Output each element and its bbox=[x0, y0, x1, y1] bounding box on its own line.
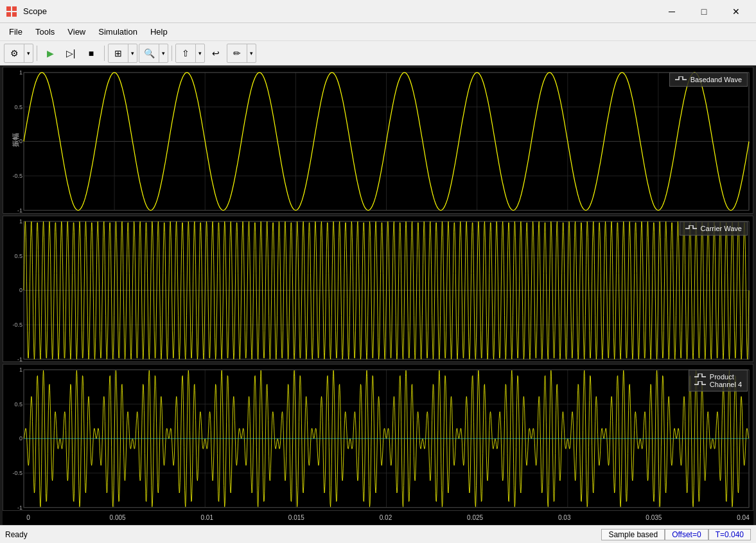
menu-simulation[interactable]: Simulation bbox=[92, 26, 144, 38]
xaxis-svg: 00.0050.010.0150.020.0250.030.0350.04 bbox=[5, 511, 751, 525]
toolbar-group-layout: ⊞ ▾ bbox=[108, 44, 137, 63]
svg-text:1: 1 bbox=[19, 366, 22, 373]
menu-help[interactable]: Help bbox=[144, 26, 174, 38]
menu-tools[interactable]: Tools bbox=[29, 26, 61, 38]
plot-carrier: 10.50-0.5-1 Carrier Wave bbox=[3, 216, 753, 363]
layout-button[interactable]: ⊞ bbox=[109, 44, 128, 62]
svg-rect-2 bbox=[6, 12, 11, 17]
svg-text:-1: -1 bbox=[17, 207, 22, 213]
restore-button[interactable]: ↩ bbox=[206, 44, 225, 62]
toolbar-group-axes: ⇧ ▾ bbox=[175, 44, 205, 63]
xaxis-bar: 00.0050.010.0150.020.0250.030.0350.04 bbox=[3, 511, 753, 525]
svg-text:0.03: 0.03 bbox=[558, 514, 571, 521]
window-title: Scope bbox=[23, 6, 47, 16]
toolbar-group-settings: ⚙ ▾ bbox=[4, 44, 33, 63]
axes-dropdown[interactable]: ▾ bbox=[195, 44, 204, 62]
product-legend-label: Product bbox=[710, 373, 734, 381]
close-button[interactable]: ✕ bbox=[721, 2, 751, 21]
svg-text:-0.5: -0.5 bbox=[12, 173, 22, 179]
svg-text:0: 0 bbox=[26, 514, 30, 521]
svg-text:0.015: 0.015 bbox=[288, 514, 304, 521]
svg-text:0.04: 0.04 bbox=[737, 514, 750, 521]
product-legend: Product Channel 4 bbox=[689, 370, 748, 392]
run-button[interactable]: ▶ bbox=[40, 44, 60, 62]
menu-view[interactable]: View bbox=[61, 26, 92, 38]
layout-dropdown[interactable]: ▾ bbox=[128, 44, 137, 62]
menu-file[interactable]: File bbox=[3, 26, 29, 38]
toolbar-sep-2 bbox=[104, 46, 105, 61]
y-axis-label-1: 振幅 bbox=[11, 133, 21, 147]
toolbar-sep-1 bbox=[37, 46, 37, 61]
statusbar: Ready Sample based Offset=0 T=0.040 bbox=[0, 525, 756, 543]
sample-based-label: Sample based bbox=[601, 529, 665, 540]
params-dropdown[interactable]: ▾ bbox=[247, 44, 256, 62]
svg-text:-0.5: -0.5 bbox=[12, 470, 22, 476]
menubar: File Tools View Simulation Help bbox=[0, 23, 756, 41]
plot-product: 10.50-0.5-1 Product Channel 4 bbox=[3, 364, 753, 511]
svg-text:0.01: 0.01 bbox=[201, 514, 214, 521]
svg-text:0.005: 0.005 bbox=[110, 514, 126, 521]
baseband-legend: Basedand Wave bbox=[669, 73, 748, 87]
svg-rect-1 bbox=[12, 6, 17, 11]
svg-text:0: 0 bbox=[19, 287, 22, 293]
svg-text:0.035: 0.035 bbox=[646, 514, 662, 521]
svg-text:0.5: 0.5 bbox=[14, 252, 22, 259]
titlebar: Scope ─ □ ✕ bbox=[0, 0, 756, 23]
toolbar-group-params: ✏ ▾ bbox=[227, 44, 256, 63]
svg-text:0.02: 0.02 bbox=[380, 514, 392, 521]
stop-button[interactable]: ■ bbox=[82, 44, 101, 62]
toolbar-sep-3 bbox=[171, 46, 172, 61]
minimize-button[interactable]: ─ bbox=[657, 2, 687, 21]
legend-item-channel4: Channel 4 bbox=[694, 381, 742, 388]
plot-baseband: 10.50-0.5-1 Basedand Wave 振幅 bbox=[3, 67, 753, 214]
legend-item-product: Product bbox=[694, 373, 742, 381]
scope-area: 10.50-0.5-1 Basedand Wave 振幅 10.50-0.5-1… bbox=[0, 65, 756, 525]
carrier-legend-label: Carrier Wave bbox=[701, 225, 742, 232]
legend-item-baseband: Basedand Wave bbox=[675, 76, 742, 83]
baseband-legend-label: Basedand Wave bbox=[690, 76, 742, 83]
svg-rect-0 bbox=[6, 6, 11, 11]
svg-text:-1: -1 bbox=[17, 356, 22, 361]
svg-text:1: 1 bbox=[19, 69, 22, 76]
svg-text:-0.5: -0.5 bbox=[12, 322, 22, 328]
svg-text:0.5: 0.5 bbox=[14, 401, 22, 408]
settings-button[interactable]: ⚙ bbox=[4, 44, 24, 62]
baseband-plot-svg: 10.50-0.5-1 bbox=[3, 67, 753, 213]
carrier-legend: Carrier Wave bbox=[680, 221, 748, 236]
svg-rect-3 bbox=[12, 12, 17, 17]
offset-label: Offset=0 bbox=[665, 529, 708, 540]
carrier-plot-svg: 10.50-0.5-1 bbox=[3, 216, 753, 362]
settings-dropdown[interactable]: ▾ bbox=[24, 44, 33, 62]
titlebar-controls: ─ □ ✕ bbox=[657, 2, 751, 21]
axes-button[interactable]: ⇧ bbox=[176, 44, 195, 62]
matlab-icon bbox=[5, 5, 18, 18]
zoom-dropdown[interactable]: ▾ bbox=[159, 44, 168, 62]
status-text: Ready bbox=[5, 530, 28, 539]
zoom-button[interactable]: 🔍 bbox=[139, 44, 159, 62]
svg-text:0.025: 0.025 bbox=[467, 514, 483, 521]
toolbar: ⚙ ▾ ▶ ▷| ■ ⊞ ▾ 🔍 ▾ ⇧ ▾ ↩ ✏ ▾ bbox=[0, 41, 756, 65]
step-button[interactable]: ▷| bbox=[61, 44, 80, 62]
toolbar-group-zoom: 🔍 ▾ bbox=[139, 44, 168, 63]
svg-text:-1: -1 bbox=[17, 504, 22, 510]
t-label: T=0.040 bbox=[708, 529, 751, 540]
maximize-button[interactable]: □ bbox=[689, 2, 719, 21]
product-plot-svg: 10.50-0.5-1 bbox=[3, 365, 753, 510]
statusbar-right: Sample based Offset=0 T=0.040 bbox=[601, 529, 751, 540]
svg-text:0.5: 0.5 bbox=[14, 104, 22, 110]
channel4-legend-label: Channel 4 bbox=[710, 381, 742, 388]
svg-text:0: 0 bbox=[19, 436, 22, 442]
legend-item-carrier: Carrier Wave bbox=[685, 225, 742, 232]
params-button[interactable]: ✏ bbox=[227, 44, 247, 62]
svg-text:1: 1 bbox=[19, 218, 22, 225]
titlebar-left: Scope bbox=[5, 5, 47, 18]
